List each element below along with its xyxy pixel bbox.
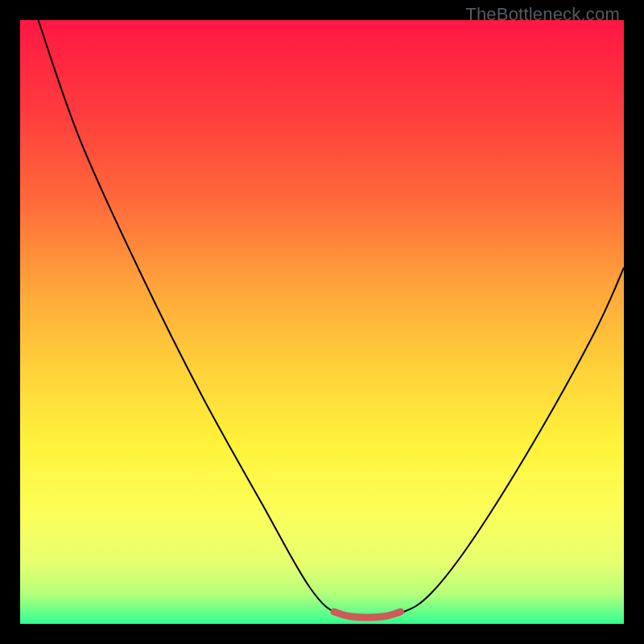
flat-bottom-highlight [334, 612, 401, 617]
plot-area [20, 20, 624, 624]
bottleneck-curve [39, 20, 625, 617]
chart-frame: TheBottleneck.com [0, 0, 644, 644]
curve-layer [20, 20, 624, 624]
watermark-text: TheBottleneck.com [465, 4, 620, 25]
